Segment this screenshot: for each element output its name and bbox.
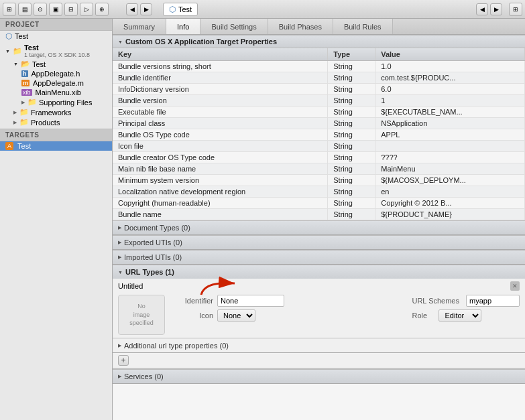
table-row[interactable]: Principal classStringNSApplication xyxy=(113,118,525,129)
tree-item-appdelegateh[interactable]: h AppDelegate.h xyxy=(0,69,112,78)
targets-label: TARGETS xyxy=(0,129,112,141)
table-row[interactable]: Bundle identifierStringcom.test.${PRODUC… xyxy=(113,72,525,84)
cell-value: ${EXECUTABLE_NAM... xyxy=(375,107,525,118)
exp-utis-triangle: ▶ xyxy=(118,240,121,245)
url-entry-header: Untitled ✕ xyxy=(118,281,520,291)
url-right: URL Schemes Role None Editor Viewer xyxy=(412,295,520,322)
tab-summary[interactable]: Summary xyxy=(113,19,166,34)
imp-utis-label: Imported UTIs (0) xyxy=(124,253,182,261)
tree-item-label: Test xyxy=(24,44,90,52)
image-placeholder: No image specified xyxy=(118,295,165,335)
tree-item-test-group[interactable]: ▼ 📂 Test xyxy=(0,59,112,69)
cell-value: Copyright © 2012 B... xyxy=(375,198,525,209)
add-url-type-btn[interactable]: + xyxy=(118,355,129,366)
toolbar-btn-2[interactable]: ▤ xyxy=(18,3,32,16)
services-section[interactable]: ▶ Services (0) xyxy=(113,369,525,384)
toolbar-btn-3[interactable]: ⊙ xyxy=(34,3,47,16)
cell-value: ???? xyxy=(375,152,525,163)
col-key: Key xyxy=(113,48,328,61)
identifier-input[interactable] xyxy=(217,295,284,307)
role-select[interactable]: None Editor Viewer xyxy=(439,309,481,322)
top-toolbar: ⊞ ▤ ⊙ ▣ ⊟ ▷ ⊕ ◀ ▶ ⬡ Test ◀ ▶ ⊞ xyxy=(0,0,525,19)
cell-key: Minimum system version xyxy=(113,175,328,186)
table-row[interactable]: Bundle creator OS Type codeString???? xyxy=(113,152,525,163)
tree-label-products: Products xyxy=(31,119,60,127)
table-row[interactable]: Main nib file base nameStringMainMenu xyxy=(113,163,525,175)
tree-item-mainmenu[interactable]: xib MainMenu.xib xyxy=(0,88,112,97)
col-type: Type xyxy=(328,48,375,61)
cell-key: Bundle versions string, short xyxy=(113,61,328,72)
table-row[interactable]: Copyright (human-readable)StringCopyrigh… xyxy=(113,198,525,209)
tab-build-settings[interactable]: Build Settings xyxy=(200,19,268,34)
tree-item-frameworks[interactable]: ▶ 📁 Frameworks xyxy=(0,107,112,117)
cell-type: String xyxy=(328,198,375,209)
table-row[interactable]: Localization native development regionSt… xyxy=(113,186,525,198)
custom-props-header[interactable]: ▼ Custom OS X Application Target Propert… xyxy=(113,35,525,48)
supporting-triangle: ▶ xyxy=(21,100,25,105)
document-types-section[interactable]: ▶ Document Types (0) xyxy=(113,220,525,235)
cell-key: Executable file xyxy=(113,107,328,118)
url-entry-close[interactable]: ✕ xyxy=(510,281,520,291)
products-folder-icon: 📁 xyxy=(19,118,29,127)
cell-key: Localization native development region xyxy=(113,186,328,198)
url-fields: Identifier Icon None xyxy=(173,295,404,322)
properties-container: ▼ Custom OS X Application Target Propert… xyxy=(113,35,525,420)
table-row[interactable]: Bundle OS Type codeStringAPPL xyxy=(113,129,525,141)
window-title: Test xyxy=(178,5,192,13)
sidebar-item-project[interactable]: ⬡ Test xyxy=(0,31,112,42)
tree-item-supporting[interactable]: ▶ 📁 Supporting Files xyxy=(0,97,112,107)
table-row[interactable]: Bundle versions string, shortString1.0 xyxy=(113,61,525,72)
table-row[interactable]: Minimum system versionString${MACOSX_DEP… xyxy=(113,175,525,186)
tree-item-products[interactable]: ▶ 📁 Products xyxy=(0,117,112,127)
cell-type: String xyxy=(328,186,375,198)
exported-utis-section[interactable]: ▶ Exported UTIs (0) xyxy=(113,235,525,250)
cell-value: com.test.${PRODUC... xyxy=(375,72,525,84)
target-test[interactable]: A Test xyxy=(0,141,112,151)
tab-build-rules[interactable]: Build Rules xyxy=(333,19,393,34)
window-title-icon: ⬡ xyxy=(169,5,176,14)
nav-forward-btn-right[interactable]: ▶ xyxy=(490,3,502,15)
cell-key: Bundle version xyxy=(113,95,328,107)
tree-item-test-root[interactable]: ▼ 📁 Test 1 target, OS X SDK 10.8 xyxy=(0,43,112,59)
tree-label-supporting: Supporting Files xyxy=(39,98,93,107)
icon-select[interactable]: None xyxy=(217,309,255,322)
doc-types-triangle: ▶ xyxy=(118,225,121,230)
toolbar-btn-5[interactable]: ⊟ xyxy=(64,3,78,16)
url-schemes-input[interactable] xyxy=(466,295,520,307)
cell-value: 6.0 xyxy=(375,84,525,95)
toolbar-btn-6[interactable]: ▷ xyxy=(80,3,93,16)
tree-item-appdelegatem[interactable]: m AppDelegate.m xyxy=(0,78,112,88)
imported-utis-section[interactable]: ▶ Imported UTIs (0) xyxy=(113,250,525,265)
toolbar-btn-7[interactable]: ⊕ xyxy=(95,3,109,16)
additional-url-props-section[interactable]: ▶ Additional url type properties (0) xyxy=(113,338,525,353)
toolbar-btn-4[interactable]: ▣ xyxy=(49,3,62,16)
products-triangle: ▶ xyxy=(13,120,17,125)
toolbar-btn-1[interactable]: ⊞ xyxy=(3,3,16,16)
cell-key: Bundle identifier xyxy=(113,72,328,84)
cell-value: ${MACOSX_DEPLOYM... xyxy=(375,175,525,186)
url-types-label: URL Types (1) xyxy=(125,268,174,276)
url-types-header[interactable]: ▼ URL Types (1) xyxy=(113,265,525,279)
url-entry-body: No image specified Identifier Icon xyxy=(118,295,520,335)
identifier-label: Identifier xyxy=(173,297,213,305)
table-row[interactable]: Icon fileString xyxy=(113,141,525,152)
cell-value: MainMenu xyxy=(375,163,525,175)
tree-item-subtitle: 1 target, OS X SDK 10.8 xyxy=(24,52,90,58)
url-entry-title: Untitled xyxy=(118,282,143,290)
nav-back-btn[interactable]: ◀ xyxy=(126,3,138,15)
xib-file-icon: xib xyxy=(21,89,32,96)
nav-forward-btn[interactable]: ▶ xyxy=(140,3,152,15)
nav-back-btn-right[interactable]: ◀ xyxy=(476,3,488,15)
cell-key: Bundle name xyxy=(113,209,328,220)
cell-key: Icon file xyxy=(113,141,328,152)
table-row[interactable]: Executable fileString${EXECUTABLE_NAM... xyxy=(113,107,525,118)
table-row[interactable]: InfoDictionary versionString6.0 xyxy=(113,84,525,95)
table-row[interactable]: Bundle versionString1 xyxy=(113,95,525,107)
identifier-row: Identifier xyxy=(173,295,404,307)
tab-info[interactable]: Info xyxy=(166,19,200,34)
url-entry: Untitled ✕ No image specified Identifier xyxy=(113,279,525,338)
tab-build-phases[interactable]: Build Phases xyxy=(268,19,333,34)
cell-type: String xyxy=(328,84,375,95)
table-row[interactable]: Bundle nameString${PRODUCT_NAME} xyxy=(113,209,525,220)
toolbar-panel-btn[interactable]: ⊞ xyxy=(509,3,522,16)
